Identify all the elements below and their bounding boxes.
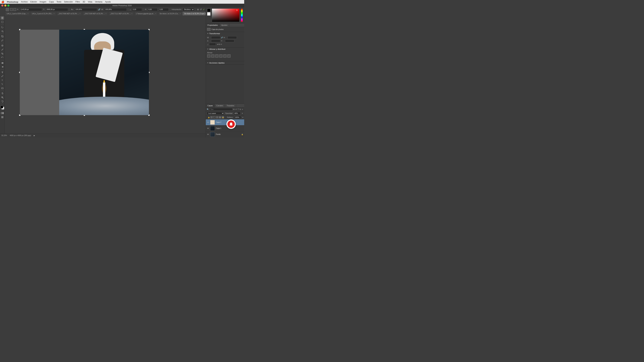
layer-item-capa1[interactable]: 👁 Capa 1 bbox=[206, 125, 244, 131]
expand-status[interactable]: ▶ bbox=[34, 135, 35, 136]
layer-lock-all[interactable]: 🔒 bbox=[222, 116, 224, 118]
tab-close-5[interactable]: × bbox=[155, 13, 156, 14]
menu-imagen[interactable]: Imagen bbox=[40, 1, 46, 3]
tab-ajustes[interactable]: Ajustes bbox=[220, 23, 229, 27]
maximize-button[interactable] bbox=[8, 4, 10, 6]
tab-close-3[interactable]: × bbox=[106, 13, 106, 14]
tab-6[interactable]: Sin titulo-1 al 33,3% (Ca... × bbox=[158, 12, 182, 15]
tab-trazados[interactable]: Trazados bbox=[225, 104, 236, 107]
link-prop-icon[interactable]: 🔗 bbox=[221, 37, 223, 38]
layer-lock-paint[interactable]: ⬛ bbox=[213, 116, 216, 118]
hue-cursor[interactable] bbox=[241, 18, 243, 18]
menu-capa[interactable]: Capa bbox=[49, 1, 54, 3]
fg-swatch[interactable] bbox=[207, 8, 210, 12]
tab-4[interactable]: _DSC7111.NEF al 33,3% ... × bbox=[108, 12, 134, 15]
align-top[interactable]: ⬛ bbox=[219, 54, 222, 58]
app-name-menu[interactable]: Photoshop bbox=[7, 1, 18, 3]
tab-3[interactable]: _DSC7109.NEF al 33,3% ... × bbox=[82, 12, 108, 15]
canvas-image[interactable] bbox=[20, 30, 149, 115]
brush-tool[interactable] bbox=[0, 48, 4, 51]
blend-mode-select[interactable]: Luz suave bbox=[207, 112, 224, 115]
gradient-tool[interactable] bbox=[0, 65, 4, 69]
hue-slider[interactable] bbox=[241, 8, 243, 22]
minimize-button[interactable] bbox=[4, 4, 6, 6]
menu-texto[interactable]: Texto bbox=[56, 1, 62, 3]
tab-7[interactable]: Sin titulo-2 al 33,3% (Capa 2; RGB/8) × bbox=[182, 12, 206, 15]
align-left[interactable]: ⬛ bbox=[207, 54, 210, 58]
tab-propiedades[interactable]: Propiedades bbox=[206, 23, 220, 27]
crop-tool[interactable] bbox=[0, 34, 4, 38]
y-input[interactable] bbox=[46, 8, 68, 11]
fill-arrow[interactable]: ▼ bbox=[242, 116, 244, 118]
tx-input[interactable] bbox=[211, 39, 220, 42]
color-cursor[interactable] bbox=[236, 9, 238, 11]
tab-5[interactable]: 1 Textura gigante.jpg al... × bbox=[134, 12, 158, 15]
tab-capas[interactable]: Capas bbox=[206, 104, 215, 107]
undo-transform-icon[interactable]: ↺ bbox=[200, 8, 202, 11]
history-brush-tool[interactable] bbox=[0, 56, 4, 59]
apple-menu[interactable]: 🍎 bbox=[1, 0, 4, 3]
menu-vista[interactable]: Vista bbox=[88, 1, 92, 3]
clone-tool[interactable] bbox=[0, 52, 4, 55]
quick-mask-tool[interactable] bbox=[0, 111, 4, 115]
preset-rect[interactable] bbox=[10, 8, 13, 11]
tab-close-1[interactable]: × bbox=[54, 13, 54, 14]
layer-lock-pos[interactable]: + bbox=[216, 116, 218, 118]
bg-swatch[interactable] bbox=[207, 12, 210, 15]
hand-tool[interactable] bbox=[0, 91, 4, 95]
x-input[interactable] bbox=[20, 8, 42, 11]
tw-input[interactable] bbox=[211, 36, 220, 39]
menu-archivo[interactable]: Archivo bbox=[21, 1, 28, 3]
menu-ventana[interactable]: Ventana bbox=[95, 1, 102, 3]
layer-effect-btn[interactable]: fx bbox=[240, 108, 241, 111]
lock-icon[interactable]: 🔒 bbox=[208, 116, 210, 118]
path-select-tool[interactable] bbox=[0, 82, 4, 86]
flip-h-icon[interactable]: ⇄ bbox=[217, 43, 218, 45]
visibility-capa2[interactable]: 👁 bbox=[207, 121, 209, 123]
rotate-view-tool[interactable] bbox=[0, 99, 4, 103]
menu-edicion[interactable]: Edición bbox=[30, 1, 37, 3]
tab-1[interactable]: U4Le_2.psd al 33,3% (RG... × bbox=[30, 12, 56, 15]
foreground-color-swatch[interactable] bbox=[0, 106, 3, 108]
layer-text-btn[interactable]: T bbox=[238, 108, 239, 111]
tab-close-0[interactable]: × bbox=[28, 13, 28, 14]
visibility-fondo[interactable]: 👁 bbox=[207, 133, 209, 136]
quick-select-tool[interactable] bbox=[0, 29, 4, 33]
menu-filtro[interactable]: Filtro bbox=[76, 1, 80, 3]
flip-icon2[interactable]: ⟲ bbox=[220, 43, 222, 45]
flip-v-icon[interactable]: ⇅ bbox=[219, 43, 220, 45]
tab-2[interactable]: _DSC7008.NEF al 33,3% ... × bbox=[56, 12, 82, 15]
shape-tool[interactable] bbox=[0, 86, 4, 90]
w-input[interactable] bbox=[74, 8, 97, 11]
visibility-capa1[interactable]: 👁 bbox=[207, 127, 209, 130]
tab-close-2[interactable]: × bbox=[80, 13, 80, 14]
menu-seleccion[interactable]: Selección bbox=[64, 1, 73, 3]
layer-lock-artboard[interactable]: ⊞ bbox=[219, 116, 221, 118]
more-options[interactable]: ··· bbox=[207, 58, 243, 60]
menu-ayuda[interactable]: Ayuda bbox=[105, 1, 111, 3]
close-button[interactable] bbox=[1, 4, 3, 6]
menu-3d[interactable]: 3D bbox=[82, 1, 85, 3]
eraser-tool[interactable] bbox=[0, 61, 4, 65]
align-center-v[interactable]: ⬛ bbox=[223, 54, 226, 58]
color-gradient[interactable] bbox=[212, 8, 240, 22]
tab-close-4[interactable]: × bbox=[132, 13, 132, 14]
align-bottom[interactable]: ⬛ bbox=[227, 54, 230, 58]
opacity-arrow[interactable]: ▼ bbox=[242, 112, 243, 114]
ty-input[interactable] bbox=[225, 39, 234, 42]
layer-refresh-btn[interactable]: ↺ bbox=[235, 108, 237, 111]
quick-actions-header[interactable]: ▼ Acciones rápidas bbox=[206, 61, 244, 64]
th-input[interactable] bbox=[228, 36, 237, 39]
angle-prop-input[interactable] bbox=[209, 43, 216, 45]
text-tool[interactable]: T bbox=[0, 78, 4, 82]
layer-lock-transparent[interactable]: / bbox=[210, 116, 213, 118]
zoom-tool[interactable] bbox=[0, 95, 4, 99]
marquee-tool[interactable] bbox=[0, 20, 4, 24]
confirm-transform-icon[interactable]: ✓ bbox=[203, 8, 205, 11]
move-tool[interactable] bbox=[0, 16, 4, 20]
layer-toggle-btn[interactable]: ≡ bbox=[242, 108, 243, 111]
notification-badge[interactable] bbox=[226, 119, 236, 129]
tab-canales[interactable]: Canales bbox=[215, 104, 225, 107]
link-icon[interactable]: 🔗 bbox=[98, 8, 100, 10]
tab-0[interactable]: U4L3_1.psd al 50% (Cap... × bbox=[5, 12, 30, 15]
